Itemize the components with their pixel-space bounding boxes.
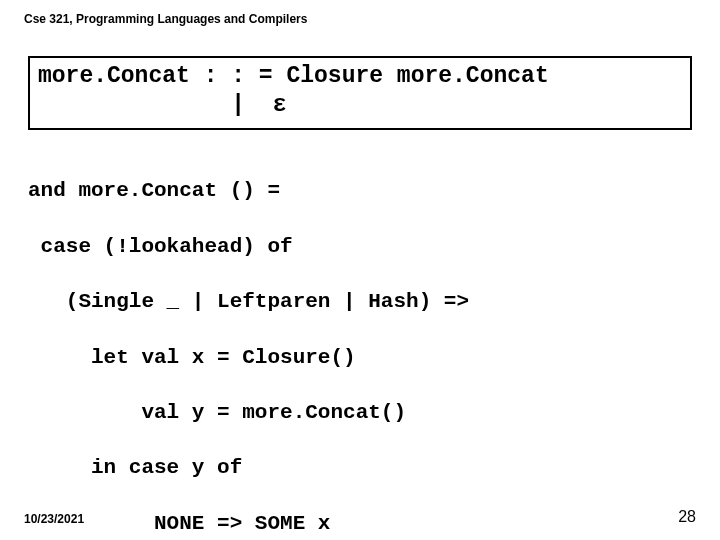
grammar-line-1: more.Concat : : = Closure more.Concat: [38, 62, 682, 91]
code-line: in case y of: [28, 454, 696, 482]
code-block: and more.Concat () = case (!lookahead) o…: [28, 150, 696, 541]
footer-date: 10/23/2021: [24, 512, 84, 526]
grammar-rule-box: more.Concat : : = Closure more.Concat | …: [28, 56, 692, 130]
code-line: and more.Concat () =: [28, 177, 696, 205]
code-line: val y = more.Concat(): [28, 399, 696, 427]
slide-footer: 10/23/2021 28: [24, 508, 696, 526]
code-line: let val x = Closure(): [28, 344, 696, 372]
code-line: case (!lookahead) of: [28, 233, 696, 261]
footer-page-number: 28: [678, 508, 696, 526]
course-header: Cse 321, Programming Languages and Compi…: [24, 12, 696, 26]
code-line: (Single _ | Leftparen | Hash) =>: [28, 288, 696, 316]
grammar-line-2: | ε: [38, 91, 682, 120]
